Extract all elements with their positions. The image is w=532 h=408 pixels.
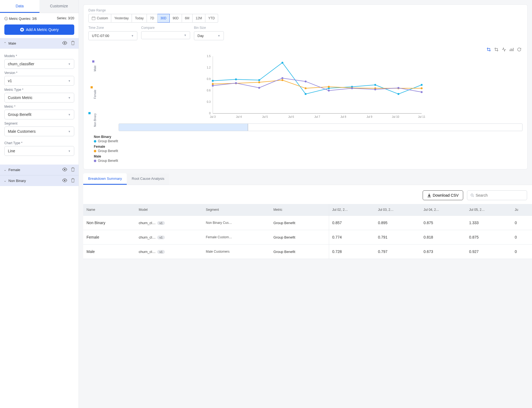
th-date[interactable]: Jul 05, 2…: [466, 204, 512, 216]
svg-point-52: [471, 194, 473, 196]
range-yesterday[interactable]: Yesterday: [111, 14, 132, 23]
svg-text:0.6: 0.6: [207, 89, 211, 92]
tab-breakdown-summary[interactable]: Breakdown Summary: [83, 173, 127, 185]
accordion-male[interactable]: ⌃ Male: [0, 38, 79, 49]
tab-data[interactable]: Data: [0, 0, 39, 13]
th-name[interactable]: Name: [83, 204, 135, 216]
search-input[interactable]: [476, 193, 524, 197]
cell-model: churn_cl…v1: [135, 230, 203, 245]
add-metric-query-label: Add A Metric Query: [26, 27, 59, 32]
accordion-label: Non Binary: [8, 179, 58, 183]
activity-icon[interactable]: [502, 47, 506, 52]
line-chart: 00.30.60.91.21.5Jul 3Jul 4Jul 5Jul 6Jul …: [103, 54, 522, 122]
cell-value: 0.797: [375, 245, 420, 259]
th-metric[interactable]: Metric: [270, 204, 329, 216]
svg-text:Jul 6: Jul 6: [288, 115, 294, 118]
th-segment[interactable]: Segment: [203, 204, 270, 216]
cell-value: 0.728: [329, 245, 375, 259]
cell-value: 0.927: [466, 245, 512, 259]
range-custom[interactable]: Custom: [88, 14, 111, 23]
date-range-buttons: Custom Yesterday Today 7D 30D 90D 6M 12M…: [88, 14, 522, 23]
caret-down-icon: ▼: [68, 96, 71, 99]
date-range-label: Date Range: [88, 8, 522, 12]
cell-segment: Female Custom…: [203, 230, 270, 245]
binsize-select[interactable]: Day ▼: [194, 31, 224, 40]
trash-icon[interactable]: [71, 178, 75, 183]
cell-metric: Group Benefit: [270, 216, 329, 230]
svg-point-26: [305, 93, 307, 95]
range-today[interactable]: Today: [132, 14, 147, 23]
download-csv-button[interactable]: Download CSV: [423, 190, 463, 200]
metric-queries-label: Metric Queries:: [9, 17, 31, 21]
version-badge: v1: [157, 221, 165, 225]
visibility-icon[interactable]: [62, 41, 67, 46]
download-icon: [427, 193, 431, 197]
metric-type-select[interactable]: Custom Metric ▼: [4, 93, 74, 103]
metric-select[interactable]: Group Benefit ▼: [4, 110, 74, 119]
compare-label: Compare: [141, 26, 190, 30]
caret-down-icon: ▼: [131, 34, 134, 37]
svg-point-51: [421, 91, 423, 93]
crop-alt-icon[interactable]: [494, 47, 499, 52]
caret-down-icon: ▼: [68, 113, 71, 116]
th-date[interactable]: Jul 03, 2…: [375, 204, 420, 216]
range-ytd[interactable]: YTD: [205, 14, 218, 23]
version-select[interactable]: v1 ▼: [4, 76, 74, 86]
crop-icon[interactable]: [487, 47, 491, 52]
range-30d[interactable]: 30D: [157, 14, 170, 23]
svg-point-31: [421, 84, 423, 86]
compare-select[interactable]: ▼: [141, 31, 190, 39]
th-date[interactable]: Ju: [511, 204, 532, 216]
table-row: Male churn_cl…v1 Male Customers Group Be…: [83, 245, 532, 259]
legend-item: Group Benefit: [98, 139, 118, 143]
svg-point-2: [64, 169, 66, 170]
trash-icon[interactable]: [71, 41, 75, 46]
tab-root-cause[interactable]: Root Cause Analysis: [127, 173, 169, 185]
range-6m[interactable]: 6M: [182, 14, 193, 23]
svg-text:0: 0: [209, 112, 211, 115]
trash-icon[interactable]: [71, 167, 75, 172]
accordion-female[interactable]: ⌄ Female: [0, 165, 79, 175]
metric-label: Metric *: [4, 105, 74, 109]
chart-type-select[interactable]: Line ▼: [4, 146, 74, 156]
refresh-icon[interactable]: [517, 47, 521, 52]
range-7d[interactable]: 7D: [147, 14, 157, 23]
visibility-icon[interactable]: [62, 168, 67, 172]
timezone-value: UTC-07:00: [92, 34, 109, 38]
cell-segment: Non Binary Cus…: [203, 216, 270, 230]
tab-customize[interactable]: Customize: [39, 0, 79, 13]
timezone-select[interactable]: UTC-07:00 ▼: [88, 31, 137, 40]
table-row: Non Binary churn_cl…v1 Non Binary Cus… G…: [83, 216, 532, 230]
search-box[interactable]: [467, 190, 527, 200]
bar-chart-icon[interactable]: [509, 47, 514, 52]
svg-text:Jul 5: Jul 5: [262, 115, 268, 118]
metric-queries-value: 3/6: [32, 17, 37, 21]
visibility-icon[interactable]: [62, 178, 67, 183]
version-badge: v1: [157, 236, 165, 239]
binsize-label: Bin Size: [194, 26, 224, 30]
models-select[interactable]: churn_classifier ▼: [4, 59, 74, 69]
range-90d[interactable]: 90D: [170, 14, 182, 23]
svg-text:0.3: 0.3: [207, 100, 211, 103]
cell-value: 0: [511, 245, 532, 259]
svg-text:1.5: 1.5: [207, 55, 211, 58]
th-model[interactable]: Model: [135, 204, 203, 216]
cell-value: 0.895: [375, 216, 420, 230]
svg-point-24: [258, 79, 260, 81]
legend-nonbinary-title: Non Binary: [94, 135, 522, 139]
th-date[interactable]: Jul 04, 2…: [420, 204, 466, 216]
accordion-nonbinary[interactable]: ⌄ Non Binary: [0, 175, 79, 186]
cell-value: 0: [511, 230, 532, 245]
svg-point-29: [375, 84, 376, 86]
svg-text:Jul 9: Jul 9: [367, 115, 373, 118]
caret-down-icon: ▼: [68, 79, 71, 82]
time-brush[interactable]: [119, 123, 522, 131]
breakdown-table: Name Model Segment Metric Jul 02, 2… Jul…: [83, 204, 532, 259]
range-12m[interactable]: 12M: [193, 14, 205, 23]
segment-select[interactable]: Male Customers ▼: [4, 126, 74, 136]
th-date[interactable]: Jul 02, 2…: [329, 204, 375, 216]
svg-point-47: [328, 90, 330, 92]
svg-point-49: [375, 88, 376, 90]
add-metric-query-button[interactable]: Add A Metric Query: [4, 24, 74, 35]
search-icon: [471, 193, 474, 197]
